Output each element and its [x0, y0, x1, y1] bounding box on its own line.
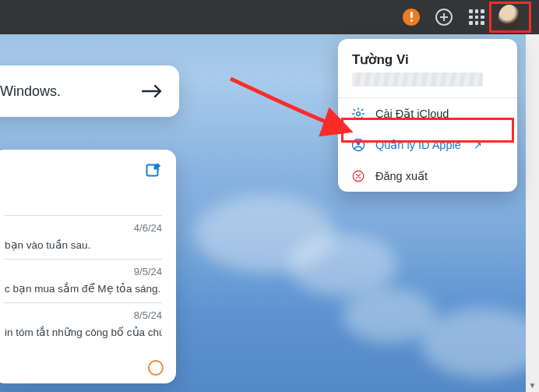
arrow-right-icon	[142, 84, 162, 98]
note-row[interactable]: 8/5/24 in tóm tắt những công bố của chú…	[5, 302, 162, 346]
compose-note-button[interactable]	[145, 162, 162, 179]
user-avatar	[498, 5, 520, 30]
account-email-redacted	[352, 72, 483, 87]
menu-item-label: Cài Đặt iCloud	[375, 108, 449, 120]
note-date: 4/6/24	[5, 222, 162, 234]
account-menu-header: Tường Vi	[338, 39, 517, 97]
apps-grid-icon	[469, 9, 484, 25]
menu-item-icloud-settings[interactable]: Cài Đặt iCloud	[338, 98, 517, 129]
note-snippet: c bạn mua sắm để Mẹ tỏa sáng.	[5, 282, 162, 295]
svg-point-3	[357, 142, 361, 146]
note-date: 9/5/24	[5, 266, 162, 277]
notes-widget: 4/6/24 bạn vào tuần sau. 9/5/24 c bạn mu…	[0, 150, 176, 383]
external-link-icon: ↗	[474, 139, 482, 151]
person-icon	[351, 137, 366, 153]
x-icon	[351, 168, 366, 184]
scroll-down-button[interactable]: ▼	[526, 379, 539, 392]
scrollbar[interactable]: ▲ ▼	[526, 0, 539, 392]
account-menu: Tường Vi Cài Đặt iCloud Quản lý ID Apple…	[338, 39, 517, 192]
menu-item-sign-out[interactable]: Đăng xuất	[338, 161, 517, 192]
note-snippet: bạn vào tuần sau.	[5, 238, 162, 251]
compose-icon	[145, 162, 162, 179]
apps-button[interactable]	[466, 6, 488, 28]
account-display-name: Tường Vi	[352, 51, 503, 68]
note-date: 8/5/24	[5, 309, 162, 321]
menu-item-manage-apple-id[interactable]: Quản lý ID Apple ↗	[338, 129, 517, 161]
gear-icon	[351, 106, 366, 122]
account-avatar-button[interactable]	[498, 6, 520, 28]
note-row[interactable]: 9/5/24 c bạn mua sắm để Mẹ tỏa sáng.	[5, 259, 162, 302]
sync-status-icon	[148, 360, 164, 376]
svg-point-1	[357, 112, 361, 116]
plus-icon	[435, 9, 453, 26]
menu-item-label: Đăng xuất	[375, 170, 428, 182]
promo-banner[interactable]: Windows.	[0, 65, 179, 117]
menu-item-label: Quản lý ID Apple	[375, 139, 461, 151]
note-row[interactable]: 4/6/24 bạn vào tuần sau.	[5, 215, 162, 259]
note-snippet: in tóm tắt những công bố của chú…	[5, 326, 162, 338]
create-button[interactable]	[433, 6, 455, 28]
promo-banner-text: Windows.	[0, 83, 61, 100]
alert-button[interactable]	[400, 6, 422, 28]
alert-icon	[403, 9, 420, 26]
cloud-decoration	[288, 234, 397, 296]
cloud-decoration	[421, 308, 539, 378]
top-toolbar	[0, 0, 539, 34]
